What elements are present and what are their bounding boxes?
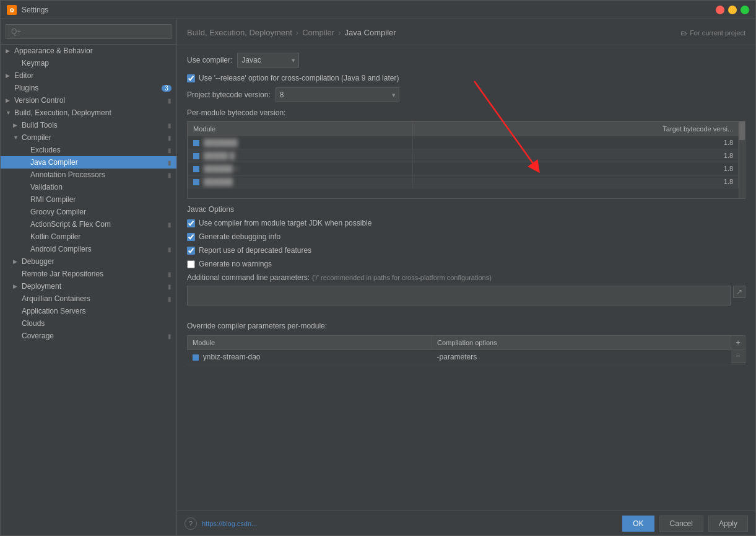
sidebar-item-coverage[interactable]: Coverage ▮ xyxy=(1,330,176,342)
sidebar-item-keymap[interactable]: Keymap xyxy=(1,57,176,69)
target-version-cell: 1.8 xyxy=(412,175,739,188)
expand-icon: ▼ xyxy=(6,110,14,116)
sidebar-item-editor[interactable]: ▶ Editor xyxy=(1,69,176,82)
version-select[interactable]: 8 11 17 xyxy=(276,87,399,102)
bytecode-version-row: Project bytecode version: 8 11 17 xyxy=(187,87,745,102)
module-icon xyxy=(193,179,199,185)
target-version-col-header: Target bytecode versi... xyxy=(412,122,739,136)
report-deprecated-label: Report use of deprecated features xyxy=(199,246,311,255)
table-row: ██████ n 1.8 xyxy=(188,162,739,175)
report-deprecated-checkbox[interactable] xyxy=(187,247,195,255)
search-input[interactable] xyxy=(6,24,172,39)
sidebar-item-label: ActionScript & Flex Com xyxy=(30,220,168,229)
javac-options-title: Javac Options xyxy=(187,205,745,214)
breadcrumb-part2: Compiler xyxy=(302,28,334,37)
generate-debug-label: Generate debugging info xyxy=(199,232,280,241)
module-table: Module Target bytecode versi... ███████ … xyxy=(188,121,739,188)
expand-textarea-button[interactable]: ↗ xyxy=(733,286,745,298)
sidebar-item-label: Keymap xyxy=(22,59,172,68)
help-button[interactable]: ? xyxy=(185,517,197,530)
module-name-cell: ███████ xyxy=(188,136,413,149)
no-warnings-row: Generate no warnings xyxy=(187,260,745,268)
sidebar-item-annotation[interactable]: Annotation Processors ▮ xyxy=(1,169,176,181)
sidebar-item-appearance[interactable]: ▶ Appearance & Behavior xyxy=(1,45,176,57)
sidebar-item-label: Annotation Processors xyxy=(30,170,168,179)
sidebar-item-kotlin[interactable]: Kotlin Compiler xyxy=(1,231,176,243)
sidebar-item-build-tools[interactable]: ▶ Build Tools ▮ xyxy=(1,119,176,131)
expand-icon: ▼ xyxy=(13,134,22,141)
search-box xyxy=(1,19,176,45)
compiler-select[interactable]: Javac Eclipse Ajc xyxy=(237,53,299,68)
copy-icon: ▮ xyxy=(168,134,172,141)
table-row: ██████ 1.8 xyxy=(188,175,739,188)
module-name-blurred: ███████ xyxy=(204,139,238,146)
override-options-cell: -parameters xyxy=(432,350,731,364)
module-icon xyxy=(193,166,199,172)
project-note-icon: 🗁 xyxy=(680,29,687,37)
override-label: Override compiler parameters per-module: xyxy=(187,322,745,330)
no-warnings-checkbox[interactable] xyxy=(187,260,195,268)
sidebar-item-app-servers[interactable]: Application Servers xyxy=(1,305,176,317)
sidebar-item-label: Kotlin Compiler xyxy=(30,232,172,241)
sidebar-item-validation[interactable]: Validation xyxy=(1,181,176,193)
expand-icon: ▶ xyxy=(13,122,22,128)
sidebar-item-actionscript[interactable]: ActionScript & Flex Com ▮ xyxy=(1,218,176,231)
sidebar-item-plugins[interactable]: Plugins 3 xyxy=(1,82,176,94)
sidebar-item-debugger[interactable]: ▶ Debugger xyxy=(1,255,176,268)
copy-icon: ▮ xyxy=(168,246,172,253)
cmd-params-input[interactable] xyxy=(187,286,731,305)
expand-icon: ▶ xyxy=(6,97,14,103)
sidebar-item-label: Validation xyxy=(30,183,172,191)
module-name-cell: ██████ n xyxy=(188,162,413,175)
breadcrumb: Build, Execution, Deployment › Compiler … xyxy=(177,19,755,45)
remove-override-button[interactable]: − xyxy=(731,349,745,363)
sidebar-item-label: Editor xyxy=(14,71,172,80)
sidebar-item-clouds[interactable]: Clouds xyxy=(1,317,176,330)
sidebar-item-excludes[interactable]: Excludes ▮ xyxy=(1,144,176,156)
version-select-wrapper: 8 11 17 xyxy=(276,87,399,102)
sidebar-item-version-control[interactable]: ▶ Version Control ▮ xyxy=(1,94,176,107)
sidebar-item-remote-jar[interactable]: Remote Jar Repositories ▮ xyxy=(1,268,176,280)
table-scrollbar[interactable] xyxy=(739,121,745,198)
sidebar-item-android[interactable]: Android Compilers ▮ xyxy=(1,243,176,255)
use-module-target-checkbox[interactable] xyxy=(187,219,195,227)
apply-button[interactable]: Apply xyxy=(708,516,748,532)
no-warnings-label: Generate no warnings xyxy=(199,260,272,268)
sidebar-item-rmi[interactable]: RMI Compiler xyxy=(1,193,176,206)
expand-icon: ▶ xyxy=(13,258,22,265)
sidebar-item-arquillian[interactable]: Arquillian Containers ▮ xyxy=(1,292,176,305)
ok-button[interactable]: OK xyxy=(622,516,654,532)
use-release-checkbox[interactable] xyxy=(187,74,195,82)
project-note-label: For current project xyxy=(690,29,745,37)
close-button[interactable] xyxy=(716,6,724,14)
sidebar-item-deployment[interactable]: ▶ Deployment ▮ xyxy=(1,280,176,292)
sidebar-item-build-execution[interactable]: ▼ Build, Execution, Deployment xyxy=(1,107,176,119)
minimize-button[interactable] xyxy=(728,6,737,14)
sidebar-item-compiler[interactable]: ▼ Compiler ▮ xyxy=(1,131,176,144)
main-wrapper: Build, Execution, Deployment › Compiler … xyxy=(177,19,755,535)
breadcrumb-sep2: › xyxy=(338,28,341,37)
maximize-button[interactable] xyxy=(741,6,749,14)
sidebar-item-java-compiler[interactable]: Java Compiler ▮ xyxy=(1,156,176,169)
sidebar-item-label: Arquillian Containers xyxy=(22,294,168,303)
watermark-link: https://blog.csdn... xyxy=(202,520,257,527)
add-override-button[interactable]: + xyxy=(731,336,745,349)
cancel-button[interactable]: Cancel xyxy=(659,516,703,532)
use-compiler-label: Use compiler: xyxy=(187,56,232,64)
sidebar-item-label: Clouds xyxy=(22,319,172,328)
module-icon xyxy=(193,140,199,146)
use-compiler-row: Use compiler: Javac Eclipse Ajc xyxy=(187,53,745,68)
sidebar-item-groovy[interactable]: Groovy Compiler xyxy=(1,206,176,218)
sidebar-item-label: Application Servers xyxy=(22,307,172,315)
titlebar: ⚙ Settings xyxy=(1,1,755,19)
sidebar-tree: ▶ Appearance & Behavior Keymap ▶ Editor … xyxy=(1,45,176,535)
override-options-header: Compilation options xyxy=(432,336,731,350)
override-module-icon xyxy=(193,354,199,361)
module-name-cell: █████ █ xyxy=(188,149,413,162)
breadcrumb-sep1: › xyxy=(296,28,298,37)
settings-panel: Use compiler: Javac Eclipse Ajc Use '--r… xyxy=(177,45,755,511)
bottom-bar: ? https://blog.csdn... OK Cancel Apply xyxy=(177,511,755,535)
generate-debug-checkbox[interactable] xyxy=(187,233,195,241)
sidebar-item-label: Build Tools xyxy=(22,121,168,130)
copy-icon: ▮ xyxy=(168,97,172,104)
